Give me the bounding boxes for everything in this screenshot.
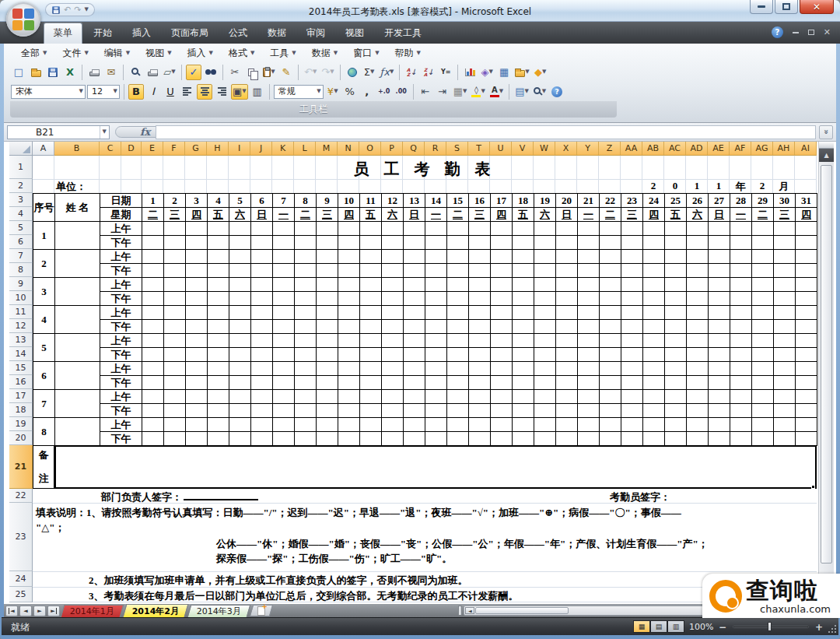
attendance-cell[interactable] <box>295 250 317 264</box>
year-month-cell[interactable]: 2 <box>642 180 664 192</box>
attendance-cell[interactable] <box>360 334 382 348</box>
redo-icon[interactable]: ↷▼ <box>320 65 335 80</box>
attendance-cell[interactable] <box>556 306 578 320</box>
workbook-minimize-icon[interactable] <box>793 32 799 33</box>
attendance-cell[interactable] <box>491 222 513 236</box>
folder-icon[interactable]: ▼ <box>513 65 530 80</box>
attendance-cell[interactable] <box>621 278 643 292</box>
day-number-cell[interactable]: 15 <box>447 194 469 208</box>
attendance-cell[interactable] <box>752 418 774 432</box>
attendance-cell[interactable] <box>469 432 491 446</box>
attendance-cell[interactable] <box>338 334 360 348</box>
row-header-5[interactable]: 5 <box>9 221 33 235</box>
attendance-cell[interactable] <box>534 306 556 320</box>
attendance-cell[interactable] <box>621 264 643 278</box>
help-icon[interactable]: ? <box>549 84 565 100</box>
attendance-cell[interactable] <box>578 404 600 418</box>
attendance-cell[interactable] <box>600 334 621 348</box>
attendance-cell[interactable] <box>534 334 556 348</box>
attendance-cell[interactable] <box>709 334 730 348</box>
attendance-cell[interactable] <box>317 348 338 362</box>
attendance-cell[interactable] <box>534 292 556 306</box>
attendance-cell[interactable] <box>665 404 687 418</box>
attendance-cell[interactable] <box>774 236 796 250</box>
attendance-cell[interactable] <box>600 348 621 362</box>
attendance-cell[interactable] <box>665 334 687 348</box>
attendance-cell[interactable] <box>621 250 643 264</box>
attendance-cell[interactable] <box>513 404 534 418</box>
row-header-6[interactable]: 6 <box>9 235 33 249</box>
attendance-cell[interactable] <box>164 306 186 320</box>
employee-number-cell[interactable]: 6 <box>33 362 55 390</box>
sheet-tab-1[interactable]: 2014年1月 <box>61 605 124 617</box>
attendance-cell[interactable] <box>251 320 273 334</box>
menu-item-2[interactable]: 文件▼ <box>54 45 96 61</box>
weekday-cell[interactable]: 三 <box>164 208 186 222</box>
attendance-cell[interactable] <box>534 264 556 278</box>
attendance-cell[interactable] <box>774 264 796 278</box>
attendance-cell[interactable] <box>491 348 513 362</box>
column-header-Q[interactable]: Q <box>403 142 425 156</box>
column-header-AC[interactable]: AC <box>664 142 686 156</box>
employee-number-cell[interactable]: 4 <box>33 306 55 334</box>
attendance-cell[interactable] <box>491 264 513 278</box>
attendance-cell[interactable] <box>621 418 643 432</box>
attendance-cell[interactable] <box>621 306 643 320</box>
weekday-cell[interactable]: 三 <box>774 208 796 222</box>
attendance-cell[interactable] <box>186 264 208 278</box>
attendance-cell[interactable] <box>273 320 295 334</box>
attendance-cell[interactable] <box>578 390 600 404</box>
attendance-cell[interactable] <box>665 222 687 236</box>
attendance-cell[interactable] <box>709 222 730 236</box>
attendance-cell[interactable] <box>295 306 317 320</box>
attendance-cell[interactable] <box>425 278 447 292</box>
new-document-icon[interactable]: □ <box>11 65 26 80</box>
select-all-button[interactable] <box>9 142 33 156</box>
fill-color-icon[interactable]: ◊▼ <box>470 84 486 100</box>
attendance-cell[interactable] <box>491 376 513 390</box>
attendance-cell[interactable] <box>164 390 186 404</box>
column-header-A[interactable]: A <box>33 142 54 156</box>
attendance-cell[interactable] <box>600 264 621 278</box>
attendance-cell[interactable] <box>621 236 643 250</box>
attendance-cell[interactable] <box>796 418 817 432</box>
attendance-cell[interactable] <box>556 404 578 418</box>
menu-item-9[interactable]: 窗口▼ <box>345 45 387 61</box>
year-month-cell[interactable]: 月 <box>773 180 795 194</box>
attendance-cell[interactable] <box>295 432 317 446</box>
attendance-cell[interactable] <box>338 362 360 376</box>
row-header-8[interactable]: 8 <box>9 263 33 277</box>
attendance-cell[interactable] <box>621 376 643 390</box>
attendance-cell[interactable] <box>425 348 447 362</box>
attendance-cell[interactable] <box>208 404 229 418</box>
attendance-cell[interactable] <box>534 362 556 376</box>
attendance-cell[interactable] <box>665 418 687 432</box>
column-header-AH[interactable]: AH <box>773 142 795 156</box>
attendance-cell[interactable] <box>208 306 229 320</box>
attendance-cell[interactable] <box>643 348 665 362</box>
employee-number-cell[interactable]: 2 <box>33 250 55 278</box>
attendance-cell[interactable] <box>229 292 251 306</box>
weekday-cell[interactable]: 日 <box>556 208 578 222</box>
attendance-cell[interactable] <box>709 320 730 334</box>
help-icon[interactable]: ? <box>772 26 783 38</box>
attendance-cell[interactable] <box>796 292 817 306</box>
weekday-cell[interactable]: 六 <box>687 208 709 222</box>
year-month-cell[interactable]: 1 <box>708 180 730 192</box>
year-month-cell[interactable]: 0 <box>664 180 686 192</box>
attendance-cell[interactable] <box>578 222 600 236</box>
day-number-cell[interactable]: 28 <box>730 194 752 208</box>
attendance-cell[interactable] <box>796 250 817 264</box>
day-number-cell[interactable]: 5 <box>229 194 251 208</box>
column-header-G[interactable]: G <box>185 142 207 156</box>
morning-label-cell[interactable]: 上午 <box>100 222 142 236</box>
attendance-cell[interactable] <box>447 390 469 404</box>
attendance-cell[interactable] <box>164 334 186 348</box>
attendance-cell[interactable] <box>229 222 251 236</box>
attendance-cell[interactable] <box>578 418 600 432</box>
attendance-cell[interactable] <box>338 292 360 306</box>
attendance-cell[interactable] <box>534 250 556 264</box>
next-sheet-button[interactable]: ► <box>33 606 46 616</box>
attendance-cell[interactable] <box>534 390 556 404</box>
attendance-cell[interactable] <box>796 320 817 334</box>
